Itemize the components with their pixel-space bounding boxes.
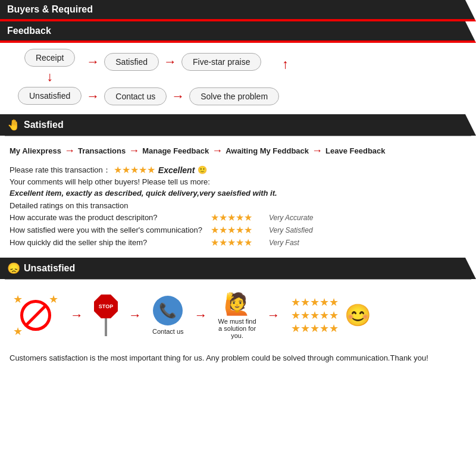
buyers-required-section: Buyers & Required (0, 0, 476, 21)
breadcrumb-transactions[interactable]: Transactions (78, 146, 126, 155)
rating-row-accurate: How accurate was the product descripiton… (10, 212, 466, 223)
feedback-header: Feedback (0, 21, 476, 40)
smiley-icon: 😊 (345, 303, 371, 328)
stars-accurate: ★★★★★ (211, 212, 264, 223)
solution-container: 🙋 We must find a solution for you. (218, 292, 256, 339)
unsatisfied-header: 😞 Unsatisfied (0, 258, 476, 279)
flow-solve: Solve the problem (189, 87, 279, 105)
feedback-section: Feedback (0, 21, 476, 43)
corner-star-3: ★ (13, 325, 23, 338)
unsat-arrow-4: → (267, 308, 280, 323)
satisfied-icon: 🤚 (7, 118, 20, 131)
contact-us-icon-container: 📞 Contact us (152, 296, 184, 335)
contact-us-icon: 📞 (153, 296, 183, 325)
breadcrumb-leave-feedback[interactable]: Leave Feedback (325, 146, 385, 155)
stars-fast: ★★★★★ (211, 237, 264, 248)
unsatisfied-title: Unsatisfied (24, 263, 75, 274)
rating-stars: ★★★★★ (114, 164, 155, 176)
breadcrumb-manage-feedback[interactable]: Manage Feedback (142, 146, 209, 155)
flow-satisfied: Satisfied (104, 53, 159, 71)
rate-label: Please rate this transaction： (10, 165, 111, 176)
breadcrumb-arrow-3: → (212, 145, 223, 157)
unsat-flow: ★ ★ ★ → STOP → 📞 Contact us → 🙋 We must … (0, 280, 476, 345)
buyers-required-title: Buyers & Required (7, 4, 93, 15)
breadcrumb-arrow-2: → (129, 145, 139, 157)
satisfied-title: Satisfied (24, 120, 64, 130)
stop-sign-container: STOP (94, 295, 118, 336)
unsatisfied-section: 😞 Unsatisfied (0, 258, 476, 280)
question-satisfied: How satisfied were you with the seller's… (10, 226, 206, 234)
help-text-line: Your comments will help other buyers! Pl… (10, 177, 466, 186)
corner-star-1: ★ (13, 293, 23, 306)
satisfied-header: 🤚 Satisfied (0, 114, 476, 136)
stars-cluster: ★★★★★ ★★★★★ ★★★★★ (291, 296, 339, 335)
unsat-arrow-3: → (195, 308, 208, 323)
flow-receipt: Receipt (24, 49, 75, 67)
footer-text: Customers satisfaction is the most impor… (0, 345, 476, 374)
arrow-up-solve: ↑ (282, 57, 289, 72)
breadcrumb-arrow-4: → (312, 145, 322, 157)
stop-text: STOP (99, 303, 113, 309)
stop-sign: STOP (94, 295, 118, 318)
solution-label: We must find a solution for you. (218, 318, 256, 339)
stars-satisfied: ★★★★★ (211, 224, 264, 236)
phone-icon: 📞 (159, 302, 177, 319)
arrow-right-1: → (86, 54, 99, 70)
breadcrumb-arrow-1: → (64, 145, 75, 157)
arrow-right-4: → (171, 89, 184, 104)
stars-row-1: ★★★★★ (291, 296, 339, 309)
unsat-arrow-2: → (129, 308, 142, 323)
arrow-right-3: → (86, 89, 99, 104)
stars-row-3: ★★★★★ (291, 322, 339, 335)
rating-smiley: 🙂 (198, 165, 207, 174)
question-person-icon: 🙋 (224, 292, 250, 317)
rating-line: Please rate this transaction： ★★★★★ Exce… (10, 164, 466, 176)
rating-row-satisfied: How satisfied were you with the seller's… (10, 224, 466, 236)
unsat-arrow-1: → (70, 308, 83, 323)
arrow-down-receipt: ↓ (46, 69, 53, 84)
footer-content: Customers satisfaction is the most impor… (10, 353, 428, 362)
stars-row-2: ★★★★★ (291, 309, 339, 322)
breadcrumb-my-aliexpress[interactable]: My Aliexpress (10, 146, 61, 155)
label-fast: Very Fast (269, 239, 299, 247)
excellent-label: Excellent (158, 165, 195, 175)
flow-left-col: Receipt ↓ Unsatisfied (18, 49, 82, 105)
label-accurate: Very Accurate (269, 214, 313, 222)
arrow-right-2: → (164, 54, 177, 70)
comment-text: Excellent item, exactly as described, qu… (10, 189, 466, 198)
breadcrumb-awaiting[interactable]: Awaiting My Feddback (226, 146, 309, 155)
flow-unsatisfied: Unsatisfied (18, 87, 82, 105)
flow-contact-us: Contact us (104, 87, 167, 105)
contact-us-label: Contact us (152, 328, 184, 335)
rating-section: Please rate this transaction： ★★★★★ Exce… (0, 161, 476, 255)
question-fast: How quickly did the seller ship the item… (10, 238, 206, 247)
help-text: Your comments will help other buyers! Pl… (10, 177, 210, 186)
flow-diagram: Receipt ↓ Unsatisfied → Satisfied → Five… (0, 43, 476, 114)
satisfied-section: 🤚 Satisfied (0, 114, 476, 136)
unsatisfied-icon: 😞 (7, 262, 20, 275)
no-circle (20, 300, 51, 331)
question-accurate: How accurate was the product descripiton… (10, 213, 206, 222)
breadcrumb-nav: My Aliexpress → Transactions → Manage Fe… (0, 136, 476, 161)
stop-pole (105, 318, 107, 336)
feedback-title: Feedback (7, 26, 51, 36)
rating-row-fast: How quickly did the seller ship the item… (10, 237, 466, 248)
flow-five-star: Five-star praise (181, 53, 261, 71)
corner-star-2: ★ (49, 293, 58, 306)
label-satisfied: Very Satisfied (269, 226, 313, 234)
detailed-title: Detailed ratings on this transaction (10, 201, 466, 210)
no-symbol-container: ★ ★ ★ (12, 292, 60, 339)
buyers-required-header: Buyers & Required (0, 0, 476, 19)
